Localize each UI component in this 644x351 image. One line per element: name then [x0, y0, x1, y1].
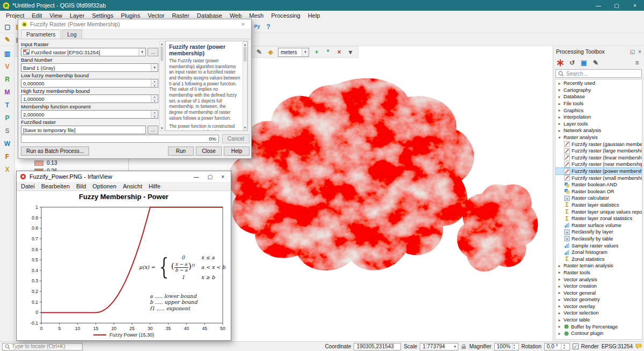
help-button[interactable]: Help [224, 147, 250, 156]
toolbox-search-input[interactable]: Search... [555, 69, 642, 78]
tree-item-recently-used[interactable]: ▸Recently used [555, 80, 642, 87]
dialog-titlebar[interactable]: Fuzzify Raster (Power Membership) × [18, 19, 251, 30]
tree-item-zonal-histogram[interactable]: Zonal histogram [555, 249, 642, 256]
low-bound-spinner[interactable]: 0,000000 ▴▾ [21, 79, 158, 87]
data-source-manager-icon[interactable]: ▥ [2, 48, 13, 59]
parameters-scrollbar[interactable]: ▲ ▼ [159, 41, 164, 131]
tree-item-vector-table[interactable]: ▸Vector table [555, 317, 642, 324]
tree-item-database[interactable]: ▸Database [555, 93, 642, 100]
help-scrollbar[interactable]: ▲ ▼ [243, 41, 247, 130]
add-spatialite-layer-icon[interactable]: S [2, 126, 13, 136]
tree-item-network-analysis[interactable]: ▸Network analysis [555, 127, 642, 134]
tracing-icon[interactable]: * [323, 47, 333, 57]
tree-item-vector-selection[interactable]: ▸Vector selection [555, 310, 642, 317]
input-raster-combo[interactable]: Fuzzified raster [EPSG:31254] ▾ [21, 48, 146, 56]
chevron-right-icon[interactable]: ▸ [557, 331, 562, 336]
tree-item-fuzzify-raster-small-membership-[interactable]: Fuzzify raster (small membership) [555, 174, 642, 181]
add-wms-layer-icon[interactable]: W [2, 138, 13, 149]
chevron-right-icon[interactable]: ▸ [557, 128, 562, 133]
lock-scale-icon[interactable] [461, 343, 466, 349]
spinner-arrows-icon[interactable]: ▴▾ [151, 79, 158, 87]
run-as-batch-button[interactable]: Run as Batch Process... [21, 147, 89, 156]
spinner-arrows-icon[interactable]: ▴▾ [151, 95, 158, 103]
cancel-edits-icon[interactable]: × [334, 47, 345, 57]
scroll-down-icon[interactable]: ▼ [244, 125, 247, 130]
magnifier-spinner[interactable]: 100%▴▾ [494, 343, 519, 350]
irfanview-menu-bearbeiten[interactable]: Bearbeiten [38, 183, 73, 189]
minimize-icon[interactable]: — [589, 0, 608, 11]
scrollbar-thumb[interactable] [244, 47, 246, 62]
menu-layer[interactable]: Layer [66, 12, 89, 19]
irfanview-menu-ansicht[interactable]: Ansicht [120, 183, 145, 189]
close-icon[interactable]: × [626, 0, 644, 11]
spinner-arrows-icon[interactable]: ▴▾ [561, 343, 567, 350]
scale-combo[interactable]: 1:773794▾ [420, 343, 458, 350]
float-panel-icon[interactable]: ◱ [630, 49, 635, 55]
scrollbar-thumb[interactable] [160, 46, 163, 61]
close-button[interactable]: Close [196, 147, 222, 156]
more-options-icon[interactable]: ▾ [345, 47, 356, 57]
tree-item-vector-analysis[interactable]: ▸Vector analysis [555, 276, 642, 283]
locator-input[interactable]: Type to locate (Ctrl+K) [2, 343, 83, 350]
render-checkbox[interactable]: ✓ [573, 343, 579, 349]
menu-processing[interactable]: Processing [267, 12, 304, 19]
tree-item-raster-layer-statistics[interactable]: ΣRaster layer statistics [555, 202, 642, 209]
add-xyz-layer-icon[interactable]: X [2, 164, 13, 175]
close-icon[interactable]: × [221, 174, 224, 180]
coordinate-input[interactable]: 190305,231543 [354, 343, 401, 350]
add-mesh-layer-icon[interactable]: M [2, 87, 13, 98]
add-vector-layer-icon[interactable]: V [2, 61, 13, 72]
tree-item-reclassify-by-table[interactable]: +Reclassify by table [555, 236, 642, 243]
crs-indicator[interactable]: EPSG:31254 [602, 343, 633, 349]
rotation-spinner[interactable]: 0,0 °▴▾ [544, 343, 570, 350]
irfanview-menu-optionen[interactable]: Optionen [89, 183, 120, 189]
tree-item-reclassify-by-layer[interactable]: +Reclassify by layer [555, 229, 642, 236]
exponent-spinner[interactable]: 2,000000 ▴▾ [21, 110, 158, 119]
add-raster-layer-icon[interactable]: R [2, 74, 13, 85]
chevron-right-icon[interactable]: ▸ [557, 101, 562, 106]
units-combo[interactable]: meters▾ [278, 48, 309, 57]
menu-project[interactable]: Project [2, 12, 28, 19]
maximize-icon[interactable]: ▢ [208, 174, 213, 180]
tree-item-vector-overlay[interactable]: ▸Vector overlay [555, 303, 642, 310]
chevron-right-icon[interactable]: ▸ [557, 277, 562, 282]
add-delimited-text-icon[interactable]: T [2, 100, 13, 111]
chevron-right-icon[interactable]: ▸ [557, 115, 562, 120]
tree-item-interpolation[interactable]: ▸Interpolation [555, 114, 642, 121]
tree-item-raster-boolean-or[interactable]: Raster boolean OR [555, 188, 642, 195]
add-wfs-layer-icon[interactable]: F [2, 151, 13, 162]
spinner-arrows-icon[interactable]: ▴▾ [512, 343, 516, 350]
tree-item-raster-terrain-analysis[interactable]: ▸Raster terrain analysis [555, 262, 642, 269]
tree-item-fuzzify-raster-power-membership-[interactable]: Fuzzify raster (power membership) [555, 168, 642, 175]
menu-edit[interactable]: Edit [28, 12, 46, 19]
tree-item-vector-creation[interactable]: ▸Vector creation [555, 283, 642, 290]
cad-tools-icon[interactable]: ✎ [254, 47, 265, 57]
maximize-icon[interactable]: ▢ [608, 0, 626, 11]
menu-settings[interactable]: Settings [88, 12, 117, 19]
minimize-icon[interactable]: — [194, 174, 199, 180]
chevron-right-icon[interactable]: ▸ [557, 324, 562, 329]
tree-item-raster-layer-zonal-statistics[interactable]: ΣRaster layer zonal statistics [555, 215, 642, 222]
tree-item-fuzzify-raster-near-membership-[interactable]: Fuzzify raster (near membership) [555, 161, 642, 168]
tree-item-graphics[interactable]: ▸Graphics [555, 107, 642, 114]
output-raster-browse-button[interactable]: … [148, 126, 158, 134]
tree-item-contour-plugin[interactable]: ▸Contour plugin [555, 330, 642, 337]
tree-item-sample-raster-values[interactable]: Sample raster values [555, 242, 642, 249]
chevron-right-icon[interactable]: ▸ [557, 290, 562, 295]
band-number-combo[interactable]: Band 1 (Gray) ▾ [21, 63, 158, 72]
help-icon[interactable]: ? [263, 21, 274, 32]
tab-log[interactable]: Log [62, 30, 82, 39]
high-bound-spinner[interactable]: 1,000000 ▴▾ [21, 94, 158, 103]
chevron-right-icon[interactable]: ▸ [557, 304, 562, 309]
chevron-right-icon[interactable]: ▸ [557, 87, 562, 92]
menu-vector[interactable]: Vector [144, 12, 168, 19]
output-raster-input[interactable]: [Save to temporary file] [21, 126, 146, 134]
tree-item-raster-analysis[interactable]: ▾Raster analysis [555, 134, 642, 141]
new-project-icon[interactable]: ▢ [2, 21, 13, 32]
chevron-right-icon[interactable]: ▸ [557, 264, 562, 268]
input-raster-browse-button[interactable]: … [148, 48, 158, 56]
tree-item-buffer-by-percentage[interactable]: ▸Buffer by Percentage [555, 323, 642, 330]
tree-item-raster-surface-volume[interactable]: Raster surface volume [555, 222, 642, 229]
irfanview-menu-hilfe[interactable]: Hilfe [145, 183, 164, 189]
menu-view[interactable]: View [46, 12, 66, 19]
